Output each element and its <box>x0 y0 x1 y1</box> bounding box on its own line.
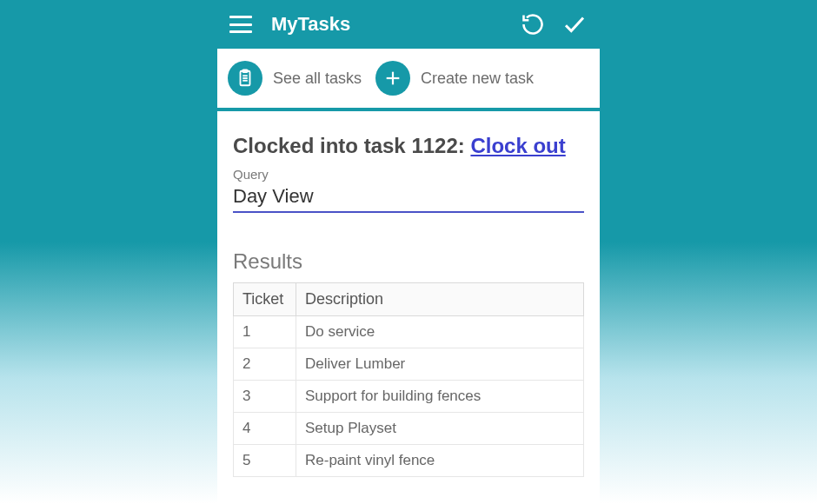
table-row[interactable]: 1 Do service <box>234 316 584 348</box>
clock-out-link[interactable]: Clock out <box>470 134 565 157</box>
cell-ticket: 2 <box>234 348 296 381</box>
cell-ticket: 5 <box>234 445 296 477</box>
app-frame: MyTasks See all task <box>217 0 600 504</box>
table-row[interactable]: 5 Re-paint vinyl fence <box>234 445 584 477</box>
table-row[interactable]: 3 Support for building fences <box>234 381 584 413</box>
create-task-button[interactable]: Create new task <box>370 57 539 99</box>
plus-icon <box>375 61 410 96</box>
cell-description: Setup Playset <box>296 413 584 445</box>
cell-ticket: 4 <box>234 413 296 445</box>
refresh-icon[interactable] <box>520 11 546 37</box>
cell-ticket: 1 <box>234 316 296 348</box>
query-input[interactable] <box>233 183 584 213</box>
results-heading: Results <box>233 249 584 274</box>
query-label: Query <box>233 167 584 182</box>
action-toolbar: See all tasks Create new task <box>217 49 600 111</box>
table-row[interactable]: 2 Deliver Lumber <box>234 348 584 381</box>
cell-description: Support for building fences <box>296 381 584 413</box>
table-header-row: Ticket Description <box>234 283 584 316</box>
menu-icon[interactable] <box>229 16 252 33</box>
col-description: Description <box>296 283 584 316</box>
cell-description: Do service <box>296 316 584 348</box>
app-header: MyTasks <box>217 0 600 49</box>
see-all-tasks-button[interactable]: See all tasks <box>223 57 367 99</box>
clocked-text: Clocked into task 1122: <box>233 134 470 157</box>
cell-description: Deliver Lumber <box>296 348 584 381</box>
check-icon[interactable] <box>561 11 588 37</box>
results-table: Ticket Description 1 Do service 2 Delive… <box>233 282 584 477</box>
query-field-wrapper: Query <box>233 167 584 213</box>
table-row[interactable]: 4 Setup Playset <box>234 413 584 445</box>
clocked-status: Clocked into task 1122: Clock out <box>233 134 584 158</box>
cell-description: Re-paint vinyl fence <box>296 445 584 477</box>
see-all-tasks-label: See all tasks <box>273 70 362 88</box>
create-task-label: Create new task <box>421 70 534 88</box>
cell-ticket: 3 <box>234 381 296 413</box>
col-ticket: Ticket <box>234 283 296 316</box>
clipboard-icon <box>228 61 262 96</box>
content-area: Clocked into task 1122: Clock out Query … <box>217 111 600 504</box>
app-title: MyTasks <box>271 13 504 36</box>
